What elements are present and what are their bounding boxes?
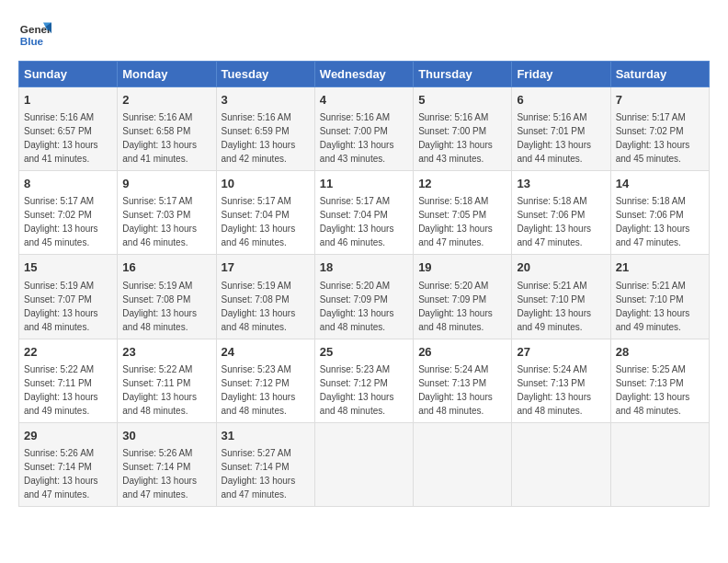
day-header-friday: Friday xyxy=(512,62,610,87)
day-header-sunday: Sunday xyxy=(19,62,118,87)
sunrise-info: Sunrise: 5:25 AM xyxy=(616,364,686,374)
day-number: 6 xyxy=(517,92,605,109)
page-header: General Blue xyxy=(18,18,710,52)
sunset-info: Sunset: 7:13 PM xyxy=(517,378,585,388)
calendar-cell: 18Sunrise: 5:20 AMSunset: 7:09 PMDayligh… xyxy=(314,255,413,339)
sunset-info: Sunset: 7:02 PM xyxy=(24,210,92,220)
day-number: 22 xyxy=(24,344,112,361)
daylight-info: Daylight: 13 hours and 43 minutes. xyxy=(418,140,493,164)
sunrise-info: Sunrise: 5:19 AM xyxy=(122,281,192,291)
calendar-cell: 14Sunrise: 5:18 AMSunset: 7:06 PMDayligh… xyxy=(610,171,709,255)
daylight-info: Daylight: 13 hours and 48 minutes. xyxy=(616,392,690,416)
calendar-cell xyxy=(414,422,512,506)
week-row-5: 29Sunrise: 5:26 AMSunset: 7:14 PMDayligh… xyxy=(19,422,710,506)
sunrise-info: Sunrise: 5:16 AM xyxy=(418,112,488,122)
calendar-cell: 21Sunrise: 5:21 AMSunset: 7:10 PMDayligh… xyxy=(610,255,709,339)
calendar-cell: 29Sunrise: 5:26 AMSunset: 7:14 PMDayligh… xyxy=(19,422,118,506)
calendar-cell: 7Sunrise: 5:17 AMSunset: 7:02 PMDaylight… xyxy=(610,87,709,171)
sunset-info: Sunset: 7:14 PM xyxy=(122,462,190,472)
sunset-info: Sunset: 7:13 PM xyxy=(418,378,486,388)
sunset-info: Sunset: 7:04 PM xyxy=(222,210,290,220)
day-number: 16 xyxy=(122,259,210,276)
calendar-cell: 5Sunrise: 5:16 AMSunset: 7:00 PMDaylight… xyxy=(414,87,512,171)
daylight-info: Daylight: 13 hours and 46 minutes. xyxy=(222,224,296,247)
sunset-info: Sunset: 7:00 PM xyxy=(320,126,388,136)
daylight-info: Daylight: 13 hours and 49 minutes. xyxy=(616,308,690,332)
calendar-cell: 6Sunrise: 5:16 AMSunset: 7:01 PMDaylight… xyxy=(512,87,610,171)
sunrise-info: Sunrise: 5:20 AM xyxy=(418,281,488,291)
calendar-cell: 11Sunrise: 5:17 AMSunset: 7:04 PMDayligh… xyxy=(314,171,413,255)
calendar-cell: 1Sunrise: 5:16 AMSunset: 6:57 PMDaylight… xyxy=(19,87,118,171)
sunset-info: Sunset: 7:12 PM xyxy=(320,378,388,388)
sunset-info: Sunset: 7:02 PM xyxy=(616,126,684,136)
daylight-info: Daylight: 13 hours and 41 minutes. xyxy=(24,140,98,164)
calendar-cell: 26Sunrise: 5:24 AMSunset: 7:13 PMDayligh… xyxy=(414,339,512,422)
day-number: 29 xyxy=(24,428,112,444)
sunrise-info: Sunrise: 5:20 AM xyxy=(320,281,390,291)
sunset-info: Sunset: 6:58 PM xyxy=(122,126,190,136)
calendar-cell xyxy=(610,422,709,506)
week-row-1: 1Sunrise: 5:16 AMSunset: 6:57 PMDaylight… xyxy=(19,87,710,171)
sunrise-info: Sunrise: 5:21 AM xyxy=(616,281,686,291)
daylight-info: Daylight: 13 hours and 44 minutes. xyxy=(517,140,591,164)
day-number: 15 xyxy=(24,259,112,276)
daylight-info: Daylight: 13 hours and 46 minutes. xyxy=(122,224,197,247)
day-number: 7 xyxy=(616,92,704,109)
calendar-cell: 15Sunrise: 5:19 AMSunset: 7:07 PMDayligh… xyxy=(19,255,118,339)
calendar-cell: 20Sunrise: 5:21 AMSunset: 7:10 PMDayligh… xyxy=(512,255,610,339)
sunrise-info: Sunrise: 5:24 AM xyxy=(517,364,586,374)
sunrise-info: Sunrise: 5:18 AM xyxy=(418,196,488,206)
sunrise-info: Sunrise: 5:23 AM xyxy=(222,364,291,374)
daylight-info: Daylight: 13 hours and 41 minutes. xyxy=(122,140,197,164)
daylight-info: Daylight: 13 hours and 47 minutes. xyxy=(222,476,296,500)
calendar-cell: 16Sunrise: 5:19 AMSunset: 7:08 PMDayligh… xyxy=(118,255,216,339)
week-row-4: 22Sunrise: 5:22 AMSunset: 7:11 PMDayligh… xyxy=(19,339,710,422)
sunrise-info: Sunrise: 5:21 AM xyxy=(517,281,586,291)
sunrise-info: Sunrise: 5:16 AM xyxy=(122,112,192,122)
week-row-2: 8Sunrise: 5:17 AMSunset: 7:02 PMDaylight… xyxy=(19,171,710,255)
daylight-info: Daylight: 13 hours and 47 minutes. xyxy=(24,476,98,500)
day-number: 14 xyxy=(616,176,704,192)
calendar-cell: 27Sunrise: 5:24 AMSunset: 7:13 PMDayligh… xyxy=(512,339,610,422)
day-header-thursday: Thursday xyxy=(414,62,512,87)
day-number: 5 xyxy=(418,92,506,109)
day-number: 30 xyxy=(122,428,210,444)
sunrise-info: Sunrise: 5:18 AM xyxy=(517,196,586,206)
daylight-info: Daylight: 13 hours and 48 minutes. xyxy=(517,392,591,416)
sunrise-info: Sunrise: 5:19 AM xyxy=(222,281,291,291)
sunset-info: Sunset: 7:03 PM xyxy=(122,210,190,220)
daylight-info: Daylight: 13 hours and 48 minutes. xyxy=(320,308,394,332)
calendar-cell: 19Sunrise: 5:20 AMSunset: 7:09 PMDayligh… xyxy=(414,255,512,339)
sunset-info: Sunset: 7:06 PM xyxy=(616,210,684,220)
day-number: 4 xyxy=(320,92,408,109)
sunset-info: Sunset: 7:08 PM xyxy=(222,294,290,304)
sunset-info: Sunset: 7:11 PM xyxy=(122,378,190,388)
day-number: 13 xyxy=(517,176,605,192)
sunset-info: Sunset: 7:13 PM xyxy=(616,378,684,388)
day-number: 8 xyxy=(24,176,112,192)
day-number: 31 xyxy=(222,428,310,444)
calendar-cell: 31Sunrise: 5:27 AMSunset: 7:14 PMDayligh… xyxy=(216,422,314,506)
sunrise-info: Sunrise: 5:18 AM xyxy=(616,196,686,206)
daylight-info: Daylight: 13 hours and 48 minutes. xyxy=(418,392,493,416)
sunset-info: Sunset: 7:01 PM xyxy=(517,126,585,136)
daylight-info: Daylight: 13 hours and 47 minutes. xyxy=(616,224,690,247)
sunrise-info: Sunrise: 5:17 AM xyxy=(616,112,686,122)
calendar-cell: 4Sunrise: 5:16 AMSunset: 7:00 PMDaylight… xyxy=(314,87,413,171)
calendar-cell: 3Sunrise: 5:16 AMSunset: 6:59 PMDaylight… xyxy=(216,87,314,171)
day-header-monday: Monday xyxy=(118,62,216,87)
sunrise-info: Sunrise: 5:26 AM xyxy=(24,448,94,458)
daylight-info: Daylight: 13 hours and 49 minutes. xyxy=(24,392,98,416)
sunrise-info: Sunrise: 5:17 AM xyxy=(320,196,390,206)
calendar-cell xyxy=(314,422,413,506)
day-number: 11 xyxy=(320,176,408,192)
sunset-info: Sunset: 7:12 PM xyxy=(222,378,290,388)
calendar-cell: 10Sunrise: 5:17 AMSunset: 7:04 PMDayligh… xyxy=(216,171,314,255)
sunset-info: Sunset: 7:14 PM xyxy=(24,462,92,472)
calendar-cell: 17Sunrise: 5:19 AMSunset: 7:08 PMDayligh… xyxy=(216,255,314,339)
day-number: 3 xyxy=(222,92,310,109)
calendar-header: SundayMondayTuesdayWednesdayThursdayFrid… xyxy=(19,62,710,87)
sunrise-info: Sunrise: 5:24 AM xyxy=(418,364,488,374)
day-number: 19 xyxy=(418,259,506,276)
day-number: 26 xyxy=(418,344,506,361)
